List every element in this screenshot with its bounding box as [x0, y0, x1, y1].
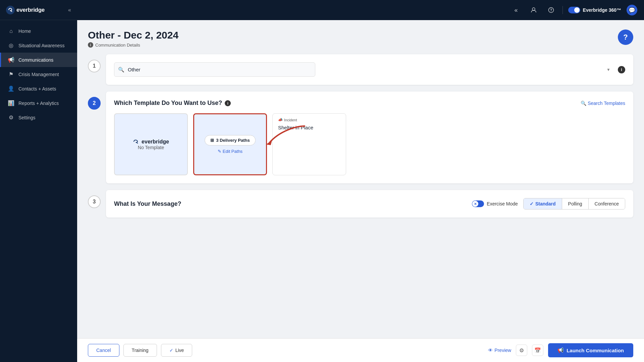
help-button[interactable]: ? [545, 4, 557, 16]
brand-logo: everbridge [6, 6, 45, 14]
preview-label: Preview [494, 348, 511, 353]
step2-info-icon[interactable]: i [225, 100, 231, 106]
tab-conference[interactable]: Conference [589, 198, 625, 209]
user-icon [531, 7, 537, 13]
sidebar-item-reports-analytics[interactable]: 📊 Reports + Analytics [0, 96, 77, 110]
step-3-container: 3 What Is Your Message? ✕ Exercise Mode … [88, 190, 633, 218]
sidebar-item-home[interactable]: ⌂ Home [0, 24, 77, 38]
toggle-x-icon: ✕ [472, 201, 478, 207]
svg-text:?: ? [550, 8, 552, 12]
everbridge360-badge: Everbridge 360™ [568, 7, 621, 13]
calendar-button[interactable]: 📅 [532, 345, 543, 356]
360-toggle[interactable] [568, 7, 580, 13]
cancel-button[interactable]: Cancel [88, 344, 119, 357]
svg-point-0 [6, 6, 15, 14]
step-2-header: Which Template Do You Want to Use? i 🔍 S… [114, 100, 625, 107]
step-2-badge: 2 [88, 97, 101, 110]
communications-icon: 📢 [8, 57, 14, 63]
step-1-container: 1 🔍 Other ▼ i [88, 54, 633, 85]
step-2-container: 2 Which Template Do You Want to Use? i 🔍… [88, 92, 633, 183]
training-button[interactable]: Training [123, 344, 157, 357]
svg-marker-4 [266, 140, 272, 145]
template-card-selected[interactable]: ⊞ 3 Delivery Paths ✎ Edit Paths [193, 113, 267, 175]
sidebar-item-situational-awareness[interactable]: ◎ Situational Awareness [0, 38, 77, 53]
sidebar-item-contacts-assets[interactable]: 👤 Contacts + Assets [0, 81, 77, 96]
sidebar-item-settings[interactable]: ⚙ Settings [0, 110, 77, 125]
svg-point-1 [532, 8, 535, 10]
incident-badge: 📣 Incident [278, 118, 340, 122]
launch-communication-button[interactable]: 📢 Launch Communication [548, 343, 633, 357]
exercise-mode-label: Exercise Mode [487, 201, 518, 206]
step-1-badge: 1 [88, 60, 101, 72]
step-3-header: What Is Your Message? ✕ Exercise Mode ✓ … [114, 198, 625, 209]
exercise-mode-group: ✕ Exercise Mode [472, 200, 518, 207]
main-area: « ? Everbridge 360™ 💬 Other - Dec 2, 202… [77, 0, 644, 362]
topbar-divider [562, 6, 563, 14]
sidebar-item-label: Communications [18, 57, 53, 63]
page-header: Other - Dec 2, 2024 i Communication Deta… [88, 29, 633, 48]
brand-360-label: Everbridge 360™ [583, 7, 621, 13]
page-subtitle: i Communication Details [88, 42, 178, 48]
incident-label: Incident [284, 118, 297, 122]
preview-eye-icon: 👁 [488, 348, 493, 353]
shelter-title: Shelter in Place [278, 125, 340, 130]
delivery-paths-label: 3 Delivery Paths [216, 138, 250, 143]
template-brand-name: everbridge [142, 139, 169, 145]
step-3-badge: 3 [88, 195, 101, 208]
search-templates-icon: 🔍 [581, 101, 586, 106]
home-icon: ⌂ [8, 28, 14, 34]
preview-button[interactable]: 👁 Preview [488, 348, 511, 353]
settings-icon: ⚙ [8, 114, 14, 121]
sidebar-logo-area: everbridge « [0, 0, 77, 20]
tab-standard[interactable]: ✓ Standard [524, 198, 562, 209]
search-templates-link[interactable]: 🔍 Search Templates [581, 101, 625, 106]
chat-button[interactable]: 💬 [627, 5, 637, 15]
delivery-paths-button[interactable]: ⊞ 3 Delivery Paths [205, 135, 255, 145]
sidebar-item-label: Reports + Analytics [18, 101, 59, 106]
step-2-card: Which Template Do You Want to Use? i 🔍 S… [106, 92, 633, 183]
sidebar-item-communications[interactable]: 📢 Communications [0, 53, 77, 67]
check-icon: ✓ [530, 201, 534, 206]
no-template-label: No Template [138, 145, 164, 150]
step-2-title: Which Template Do You Want to Use? i [114, 100, 231, 107]
event-type-info-icon[interactable]: i [618, 66, 625, 73]
page-help-button[interactable]: ? [618, 29, 633, 45]
template-everbridge-mark [133, 139, 140, 145]
sidebar-item-label: Settings [18, 115, 36, 120]
edit-paths-link[interactable]: ✎ Edit Paths [218, 149, 243, 154]
contacts-assets-icon: 👤 [8, 85, 14, 92]
live-check-icon: ✓ [169, 348, 173, 353]
page-header-left: Other - Dec 2, 2024 i Communication Deta… [88, 29, 178, 48]
settings-button[interactable]: ⚙ [516, 345, 527, 356]
page-title: Other - Dec 2, 2024 [88, 29, 178, 41]
template-logo: everbridge [133, 139, 169, 145]
event-type-wrapper: 🔍 Other ▼ [114, 62, 614, 77]
situational-awareness-icon: ◎ [8, 42, 14, 49]
chevron-down-icon: ▼ [606, 67, 610, 72]
live-button[interactable]: ✓ Live [161, 344, 193, 357]
edit-paths-label: Edit Paths [223, 149, 243, 154]
question-icon: ? [548, 7, 554, 13]
sidebar-navigation: ⌂ Home ◎ Situational Awareness 📢 Communi… [0, 20, 77, 362]
event-type-selector: 🔍 Other ▼ i [114, 62, 625, 77]
template-card-no-template[interactable]: everbridge No Template [114, 113, 188, 175]
sidebar: everbridge « ⌂ Home ◎ Situational Awaren… [0, 0, 77, 362]
sidebar-item-crisis-management[interactable]: ⚑ Crisis Management [0, 67, 77, 81]
user-button[interactable] [528, 4, 540, 16]
brand-name: everbridge [16, 7, 45, 13]
tab-polling[interactable]: Polling [562, 198, 589, 209]
sidebar-collapse-button[interactable]: « [68, 7, 71, 13]
step-3-title: What Is Your Message? [114, 200, 467, 207]
exercise-mode-toggle[interactable]: ✕ [472, 200, 484, 207]
step-1-card: 🔍 Other ▼ i [106, 54, 633, 85]
event-type-select[interactable]: Other [114, 62, 315, 77]
subtitle-text: Communication Details [95, 43, 140, 48]
info-circle-icon: i [88, 42, 93, 48]
collapse-button[interactable]: « [510, 4, 522, 16]
crisis-management-icon: ⚑ [8, 71, 14, 77]
gear-icon: ⚙ [519, 347, 524, 354]
topbar: « ? Everbridge 360™ 💬 [77, 0, 644, 20]
bottom-bar: Cancel Training ✓ Live 👁 Preview ⚙ 📅 📢 L… [77, 338, 644, 362]
template-card-shelter-in-place[interactable]: 📣 Incident Shelter in Place [272, 113, 346, 175]
sidebar-item-label: Contacts + Assets [18, 86, 56, 92]
